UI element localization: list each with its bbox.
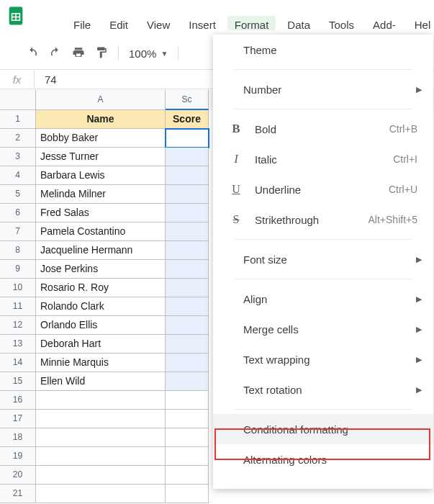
undo-icon[interactable] bbox=[26, 46, 39, 61]
cell-A[interactable]: Fred Salas bbox=[36, 204, 166, 222]
fx-input[interactable]: 74 bbox=[35, 73, 57, 86]
cell-A[interactable]: Orlando Ellis bbox=[36, 316, 166, 335]
row-header[interactable]: 14 bbox=[0, 354, 36, 372]
row-header[interactable]: 12 bbox=[0, 316, 36, 335]
menu-item-underline[interactable]: U Underline Ctrl+U bbox=[213, 174, 433, 204]
row-header[interactable]: 15 bbox=[0, 372, 36, 391]
cell-B[interactable] bbox=[166, 447, 209, 466]
cell-B[interactable]: Score bbox=[166, 110, 209, 129]
cell-B[interactable] bbox=[166, 391, 209, 410]
cell-A[interactable]: Bobby Baker bbox=[36, 129, 166, 148]
row-header[interactable]: 7 bbox=[0, 222, 36, 241]
row-header[interactable]: 9 bbox=[0, 260, 36, 279]
menu-item-theme[interactable]: Theme bbox=[213, 35, 433, 65]
menu-file[interactable]: File bbox=[66, 16, 98, 30]
cell-A[interactable]: Pamela Costantino bbox=[36, 222, 166, 241]
menu-item-italic[interactable]: I Italic Ctrl+I bbox=[213, 144, 433, 174]
row-header[interactable]: 19 bbox=[0, 447, 36, 466]
row-header[interactable]: 10 bbox=[0, 279, 36, 297]
row-header[interactable]: 8 bbox=[0, 241, 36, 260]
row-header[interactable]: 6 bbox=[0, 204, 36, 222]
menu-item-alternating-colors[interactable]: Alternating colors bbox=[213, 444, 433, 474]
menu-insert[interactable]: Insert bbox=[181, 16, 223, 30]
cell-B[interactable] bbox=[166, 166, 209, 185]
cell-B[interactable] bbox=[166, 241, 209, 260]
print-icon[interactable] bbox=[72, 46, 85, 61]
row-header[interactable]: 1 bbox=[0, 110, 36, 129]
menu-format[interactable]: Format bbox=[227, 16, 276, 30]
menu-item-merge-cells[interactable]: Merge cells ▶ bbox=[213, 314, 433, 344]
cell-A[interactable]: Jose Perkins bbox=[36, 260, 166, 279]
cell-B[interactable] bbox=[166, 316, 209, 335]
menu-item-bold[interactable]: B Bold Ctrl+B bbox=[213, 114, 433, 144]
menu-help[interactable]: Hel bbox=[407, 16, 434, 30]
cell-B[interactable] bbox=[166, 148, 209, 166]
menu-item-font-size[interactable]: Font size ▶ bbox=[213, 244, 433, 274]
cell-B[interactable] bbox=[166, 410, 209, 428]
cell-B[interactable] bbox=[166, 466, 209, 485]
paint-format-icon[interactable] bbox=[95, 46, 108, 61]
cell-A[interactable]: Ellen Wild bbox=[36, 372, 166, 391]
cell-B[interactable] bbox=[166, 185, 209, 204]
row-header[interactable]: 17 bbox=[0, 410, 36, 428]
cell-A[interactable]: Barbara Lewis bbox=[36, 166, 166, 185]
underline-icon: U bbox=[229, 183, 243, 196]
cell-A[interactable]: Melinda Milner bbox=[36, 185, 166, 204]
row-header[interactable]: 11 bbox=[0, 297, 36, 316]
chevron-right-icon: ▶ bbox=[416, 85, 422, 94]
redo-icon[interactable] bbox=[49, 46, 62, 61]
cell-A[interactable]: Rolando Clark bbox=[36, 297, 166, 316]
cell-A[interactable]: Rosario R. Roy bbox=[36, 279, 166, 297]
cell-B[interactable] bbox=[166, 372, 209, 391]
menu-separator bbox=[235, 109, 412, 109]
menu-tools[interactable]: Tools bbox=[322, 16, 361, 30]
cell-A[interactable] bbox=[36, 466, 166, 485]
cell-A[interactable] bbox=[36, 447, 166, 466]
row-header[interactable]: 5 bbox=[0, 185, 36, 204]
cell-A[interactable]: Jesse Turner bbox=[36, 148, 166, 166]
row-header[interactable]: 18 bbox=[0, 428, 36, 447]
col-header-A[interactable]: A bbox=[36, 90, 166, 110]
cell-B[interactable] bbox=[166, 204, 209, 222]
cell-B[interactable] bbox=[166, 485, 209, 503]
cell-A[interactable] bbox=[36, 391, 166, 410]
cell-B[interactable] bbox=[166, 222, 209, 241]
zoom-dropdown[interactable]: 100% ▼ bbox=[129, 48, 168, 60]
cell-B[interactable] bbox=[166, 260, 209, 279]
row-header[interactable]: 16 bbox=[0, 391, 36, 410]
menu-item-conditional-formatting[interactable]: Conditional formatting bbox=[213, 414, 433, 444]
sheets-app-icon[interactable] bbox=[6, 6, 26, 26]
cell-A[interactable] bbox=[36, 410, 166, 428]
row-header[interactable]: 3 bbox=[0, 148, 36, 166]
menu-edit[interactable]: Edit bbox=[102, 16, 135, 30]
cell-B[interactable] bbox=[166, 297, 209, 316]
row-header[interactable]: 4 bbox=[0, 166, 36, 185]
menu-item-number[interactable]: Number ▶ bbox=[213, 74, 433, 104]
cell-A[interactable]: Deborah Hart bbox=[36, 335, 166, 354]
cell-A[interactable] bbox=[36, 485, 166, 503]
cell-A[interactable]: Minnie Marquis bbox=[36, 354, 166, 372]
cell-B[interactable] bbox=[166, 354, 209, 372]
cell-A[interactable]: Name bbox=[36, 110, 166, 129]
menu-item-text-wrapping[interactable]: Text wrapping ▶ bbox=[213, 344, 433, 374]
menu-item-text-rotation[interactable]: Text rotation ▶ bbox=[213, 374, 433, 405]
cell-B[interactable] bbox=[166, 279, 209, 297]
row-header[interactable]: 13 bbox=[0, 335, 36, 354]
row-header[interactable]: 2 bbox=[0, 129, 36, 148]
row-header[interactable]: 21 bbox=[0, 485, 36, 503]
menu-addons[interactable]: Add-ons bbox=[366, 16, 403, 30]
cell-A[interactable] bbox=[36, 428, 166, 447]
col-header-B[interactable]: Sc bbox=[166, 90, 209, 110]
menu-data[interactable]: Data bbox=[280, 16, 317, 30]
menu-item-strikethrough[interactable]: S Strikethrough Alt+Shift+5 bbox=[213, 204, 433, 235]
menu-item-label: Text wrapping bbox=[243, 354, 417, 366]
chevron-down-icon: ▼ bbox=[161, 50, 168, 58]
menu-view[interactable]: View bbox=[140, 16, 177, 30]
cell-B[interactable] bbox=[166, 129, 209, 148]
cell-A[interactable]: Jacqueline Hermann bbox=[36, 241, 166, 260]
select-all-corner[interactable] bbox=[0, 90, 36, 110]
cell-B[interactable] bbox=[166, 428, 209, 447]
row-header[interactable]: 20 bbox=[0, 466, 36, 485]
menu-item-align[interactable]: Align ▶ bbox=[213, 284, 433, 314]
cell-B[interactable] bbox=[166, 335, 209, 354]
